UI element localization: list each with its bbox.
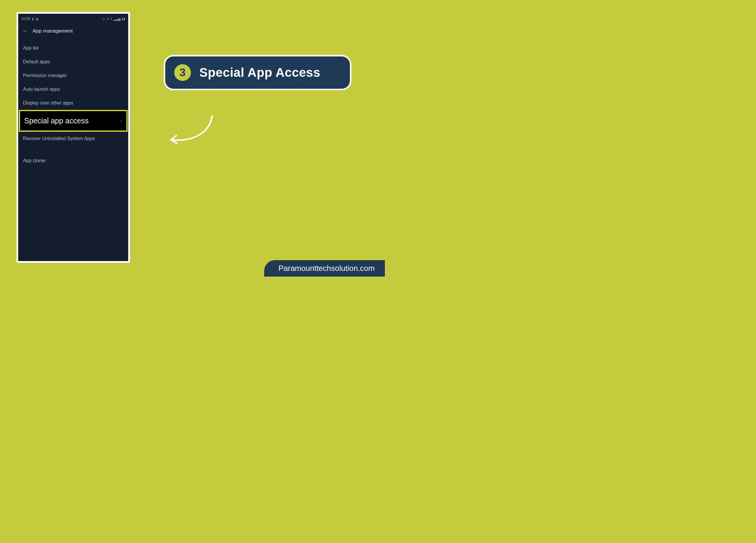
step-callout: 3 Special App Access xyxy=(164,55,351,90)
chevron-right-icon: › xyxy=(122,101,123,105)
status-time: 10:55 xyxy=(21,17,30,21)
network-icon: ⇵ xyxy=(106,17,109,21)
chevron-right-icon: › xyxy=(122,59,123,64)
menu-label: Permission manager xyxy=(23,73,67,78)
menu-label: App cloner xyxy=(23,158,46,163)
status-bar: 10:55 ▮ ▣ ◎ ⇵ ▾ ▂▃▅ ▮▮ xyxy=(18,14,128,24)
callout-title: Special App Access xyxy=(199,65,320,80)
menu-item-display-over[interactable]: Display over other apps › xyxy=(18,96,128,110)
footer-text: Paramounttechsolution.com xyxy=(278,264,375,273)
chevron-right-icon: › xyxy=(122,136,123,141)
menu-item-app-list[interactable]: App list › xyxy=(18,41,128,55)
battery-icon: ▮▮ xyxy=(122,17,125,21)
phone-screen: 10:55 ▮ ▣ ◎ ⇵ ▾ ▂▃▅ ▮▮ ← App management … xyxy=(18,14,128,261)
chevron-right-icon: › xyxy=(122,87,123,92)
menu-label: Recover Uninstalled System Apps xyxy=(23,136,95,141)
menu-item-auto-launch[interactable]: Auto launch apps › xyxy=(18,82,128,96)
chevron-right-icon: › xyxy=(122,158,123,163)
arrow-icon xyxy=(164,114,218,146)
screen-header: ← App management xyxy=(18,24,128,41)
step-number: 3 xyxy=(180,66,186,79)
wifi-icon: ▾ xyxy=(110,17,112,21)
page-title: App management xyxy=(33,28,73,34)
status-icon: ▮ xyxy=(32,17,34,21)
signal-icon: ▂▃▅ xyxy=(113,17,120,21)
menu-separator xyxy=(18,146,128,154)
chevron-right-icon: › xyxy=(122,46,123,51)
menu-label: Auto launch apps xyxy=(23,87,60,92)
step-number-badge: 3 xyxy=(174,64,191,81)
phone-frame: 10:55 ▮ ▣ ◎ ⇵ ▾ ▂▃▅ ▮▮ ← App management … xyxy=(16,12,130,263)
menu-label: Display over other apps xyxy=(23,100,73,106)
menu-item-app-cloner[interactable]: App cloner › xyxy=(18,154,128,168)
status-right: ◎ ⇵ ▾ ▂▃▅ ▮▮ xyxy=(102,17,125,21)
status-icon: ▣ xyxy=(36,17,39,21)
menu-label: App list xyxy=(23,45,39,51)
chevron-right-icon: › xyxy=(121,118,122,124)
chevron-right-icon: › xyxy=(122,73,123,78)
alarm-icon: ◎ xyxy=(102,17,105,21)
back-icon[interactable]: ← xyxy=(22,28,28,34)
status-left: 10:55 ▮ ▣ xyxy=(21,17,39,21)
menu-label: Special app access xyxy=(24,117,88,125)
settings-menu: App list › Default apps › Permission man… xyxy=(18,41,128,168)
menu-item-default-apps[interactable]: Default apps › xyxy=(18,55,128,69)
footer-brand: Paramounttechsolution.com xyxy=(264,260,385,276)
menu-item-special-app-access[interactable]: Special app access › xyxy=(19,110,128,132)
menu-item-permission-manager[interactable]: Permission manager › xyxy=(18,69,128,82)
menu-item-recover-uninstalled[interactable]: Recover Uninstalled System Apps › xyxy=(18,132,128,146)
menu-label: Default apps xyxy=(23,59,50,65)
